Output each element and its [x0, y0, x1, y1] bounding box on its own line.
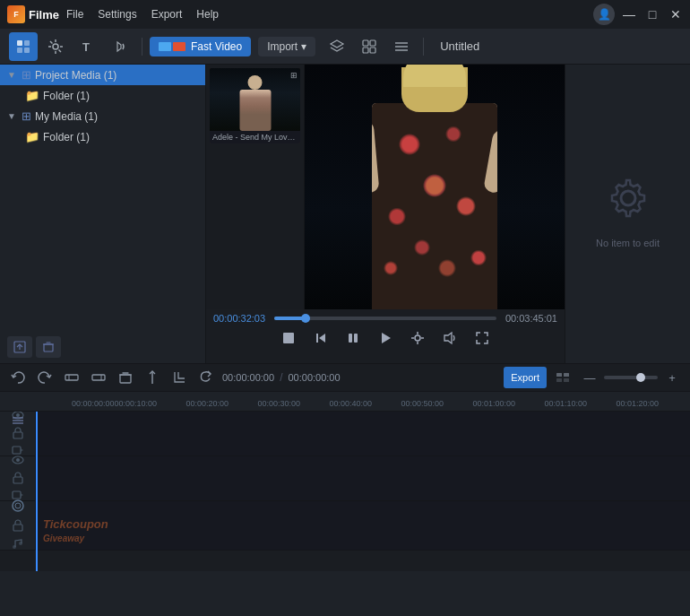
svg-marker-58 — [21, 493, 23, 497]
profile-button[interactable]: 👤 — [593, 4, 615, 25]
video-track-1 — [0, 412, 690, 456]
svg-point-62 — [19, 542, 22, 545]
main-toolbar: T Fast Video Import ▾ Untitled — [0, 29, 690, 65]
menu-settings[interactable]: Settings — [98, 8, 136, 21]
menu-help[interactable]: Help — [196, 8, 219, 21]
svg-rect-27 — [354, 334, 358, 343]
svg-rect-51 — [13, 432, 22, 438]
fullscreen-button[interactable] — [471, 327, 493, 349]
project-title: Untitled — [431, 39, 488, 53]
my-folder-item[interactable]: 📁 Folder (1) — [0, 126, 205, 147]
import-media-button[interactable] — [7, 336, 32, 358]
volume-button[interactable] — [439, 327, 461, 349]
svg-rect-52 — [13, 447, 21, 454]
timeline-menu-icon[interactable] — [12, 414, 24, 429]
track-header-2 — [0, 456, 36, 500]
undo-button[interactable] — [7, 367, 29, 388]
thumbnail-strip: Adele - Send My Love ... ⊞ — [206, 65, 305, 309]
time-current: 00:00:32:03 — [213, 313, 267, 324]
import-arrow: ▾ — [301, 40, 306, 53]
svg-rect-60 — [13, 525, 22, 531]
time-total: 00:03:45:01 — [504, 313, 557, 324]
track-content-2[interactable] — [36, 456, 690, 500]
stop-button[interactable] — [278, 327, 299, 349]
progress-thumb — [301, 314, 310, 323]
my-media-item[interactable]: ▼ ⊞ My Media (1) — [0, 106, 205, 126]
tl-rotate-button[interactable] — [195, 367, 217, 388]
timeline: 00:00:00:00 00:00:10:00 00:00:20:00 00:0… — [0, 392, 690, 571]
toolbar-layers-button[interactable] — [323, 32, 351, 61]
track-content-audio[interactable]: Tickcoupon Giveaway — [36, 501, 690, 550]
progress-track[interactable] — [274, 317, 496, 320]
project-media-icon: ⊞ — [22, 68, 31, 82]
track-lock-icon-audio[interactable] — [13, 519, 23, 534]
thumbnail-item[interactable]: Adele - Send My Love ... ⊞ — [210, 68, 300, 143]
zoom-out-button[interactable]: — — [579, 367, 600, 388]
app-logo: F Filme — [7, 5, 59, 23]
titlebar: F Filme File Settings Export Help 👤 — □ … — [0, 0, 690, 29]
svg-point-55 — [16, 458, 20, 462]
svg-rect-26 — [349, 334, 352, 343]
track-eye-icon-2[interactable] — [12, 454, 24, 469]
menu-file[interactable]: File — [66, 8, 83, 21]
restore-button[interactable]: □ — [645, 7, 660, 22]
zoom-track[interactable] — [604, 376, 658, 379]
tl-split-button[interactable] — [142, 367, 163, 388]
expand-arrow-project: ▼ — [7, 70, 18, 80]
tl-view-toggle[interactable] — [552, 367, 574, 388]
folder-icon-1: 📁 — [25, 89, 39, 102]
toolbar-audio-button[interactable] — [106, 32, 134, 61]
svg-point-4 — [53, 44, 58, 49]
svg-rect-13 — [370, 40, 375, 46]
thumbnail-label: Adele - Send My Love ... — [210, 131, 300, 143]
my-folder-label: Folder (1) — [43, 131, 198, 143]
settings-playback-button[interactable] — [407, 327, 428, 349]
video-area: Adele - Send My Love ... ⊞ — [206, 65, 565, 309]
tl-delete-button[interactable] — [115, 367, 136, 388]
pause-button[interactable] — [342, 327, 364, 349]
close-button[interactable]: ✕ — [668, 7, 683, 22]
svg-rect-37 — [92, 375, 105, 380]
project-media-item[interactable]: ▼ ⊞ Project Media (1) — [0, 65, 205, 85]
tl-crop-button[interactable] — [168, 367, 190, 388]
svg-marker-53 — [21, 448, 23, 452]
svg-marker-34 — [444, 333, 452, 343]
svg-rect-42 — [556, 373, 562, 377]
toolbar-list-button[interactable] — [387, 32, 416, 61]
toolbar-media-button[interactable] — [9, 32, 38, 61]
svg-rect-43 — [564, 373, 569, 377]
my-media-label: My Media (1) — [35, 110, 198, 123]
tl-tool-1[interactable] — [61, 367, 82, 388]
svg-rect-1 — [24, 40, 30, 46]
app-logo-icon: F — [7, 5, 25, 23]
zoom-thumb — [636, 373, 645, 382]
fast-video-button[interactable]: Fast Video — [150, 37, 251, 56]
timeline-tracks: Tickcoupon Giveaway — [0, 412, 690, 571]
prev-frame-button[interactable] — [310, 327, 332, 349]
playback-controls — [213, 327, 557, 349]
redo-button[interactable] — [34, 367, 56, 388]
svg-point-29 — [415, 335, 420, 341]
menu-export[interactable]: Export — [151, 8, 183, 21]
track-content-1[interactable] — [36, 412, 690, 455]
no-item-label: No item to edit — [596, 237, 660, 250]
delete-media-button[interactable] — [36, 336, 61, 358]
toolbar-effects-button[interactable] — [41, 32, 70, 61]
project-folder-item[interactable]: 📁 Folder (1) — [0, 85, 205, 106]
svg-line-9 — [50, 41, 53, 44]
toolbar-grid-button[interactable] — [355, 32, 384, 61]
audio-track: Tickcoupon Giveaway — [0, 501, 690, 551]
track-lock-icon-2[interactable] — [13, 472, 23, 487]
zoom-in-button[interactable]: + — [661, 367, 683, 388]
play-button[interactable] — [375, 327, 396, 349]
toolbar-divider-2 — [423, 38, 424, 56]
export-button[interactable]: Export — [504, 367, 547, 388]
toolbar-text-button[interactable]: T — [73, 32, 102, 61]
timeline-position: 00:00:00:00 — [222, 372, 274, 383]
track-audio-volume-icon[interactable] — [11, 499, 25, 516]
svg-point-61 — [13, 545, 16, 549]
import-button[interactable]: Import ▾ — [258, 37, 315, 56]
zoom-controls: — + — [579, 367, 683, 388]
tl-tool-2[interactable] — [88, 367, 109, 388]
minimize-button[interactable]: — — [622, 7, 636, 22]
